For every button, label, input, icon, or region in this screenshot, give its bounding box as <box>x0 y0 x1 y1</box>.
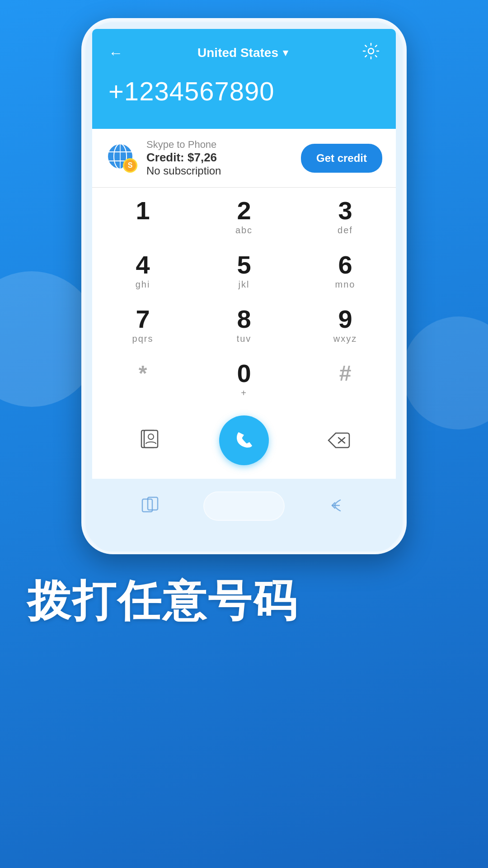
key-5[interactable]: 5 jkl <box>199 246 289 296</box>
credit-subscription: No subscription <box>146 165 221 177</box>
phone-frame: ← United States ▾ +1234567890 <box>81 18 407 554</box>
key-0[interactable]: 0 + <box>199 355 289 405</box>
key-hash[interactable]: # <box>300 355 390 405</box>
contacts-button[interactable] <box>104 420 195 461</box>
key-1[interactable]: 1 <box>98 192 188 242</box>
settings-button[interactable] <box>362 42 380 63</box>
dialpad-actions <box>92 409 396 470</box>
dialpad-row-1: 1 2 abc 3 def <box>92 192 396 242</box>
delete-button[interactable] <box>293 420 384 461</box>
phone-nav <box>92 479 396 533</box>
key-8[interactable]: 8 tuv <box>199 301 289 350</box>
call-button[interactable] <box>219 415 269 465</box>
credit-section: S Skype to Phone Credit: $7,26 No subscr… <box>92 129 396 188</box>
key-2[interactable]: 2 abc <box>199 192 289 242</box>
svg-text:S: S <box>128 161 133 169</box>
key-6[interactable]: 6 mno <box>300 246 390 296</box>
credit-amount: Credit: $7,26 <box>146 151 221 165</box>
credit-left: S Skype to Phone Credit: $7,26 No subscr… <box>106 139 221 177</box>
credit-section-label: Skype to Phone <box>146 139 221 151</box>
dialpad-row-3: 7 pqrs 8 tuv 9 wxyz <box>92 301 396 350</box>
svg-point-0 <box>368 48 374 54</box>
key-3[interactable]: 3 def <box>300 192 390 242</box>
chinese-caption: 拨打任意号码 <box>27 577 461 625</box>
dialpad-row-2: 4 ghi 5 jkl 6 mno <box>92 246 396 296</box>
chevron-down-icon: ▾ <box>283 47 288 59</box>
app-header: ← United States ▾ +1234567890 <box>92 29 396 129</box>
home-button[interactable] <box>203 491 285 521</box>
back-button[interactable]: ← <box>108 45 123 61</box>
country-name: United States <box>197 46 278 60</box>
skype-globe-icon: S <box>106 142 138 175</box>
phone-number-display: +1234567890 <box>108 76 380 120</box>
contacts-icon <box>138 429 161 452</box>
credit-info: Skype to Phone Credit: $7,26 No subscrip… <box>146 139 221 177</box>
phone-screen: ← United States ▾ +1234567890 <box>92 29 396 479</box>
dialpad-row-4: * 0 + # <box>92 355 396 405</box>
country-selector[interactable]: United States ▾ <box>197 46 288 60</box>
key-star[interactable]: * <box>98 355 188 405</box>
key-9[interactable]: 9 wxyz <box>300 301 390 350</box>
phone-bottom <box>92 533 396 552</box>
key-7[interactable]: 7 pqrs <box>98 301 188 350</box>
call-icon <box>232 429 256 452</box>
multitask-button[interactable] <box>141 495 160 517</box>
get-credit-button[interactable]: Get credit <box>301 144 382 173</box>
dialpad: 1 2 abc 3 def 4 ghi 5 <box>92 188 396 479</box>
delete-icon <box>327 431 350 449</box>
back-nav-button[interactable] <box>328 495 347 517</box>
app-topbar: ← United States ▾ <box>108 42 380 63</box>
chinese-caption-section: 拨打任意号码 <box>0 554 488 625</box>
key-4[interactable]: 4 ghi <box>98 246 188 296</box>
